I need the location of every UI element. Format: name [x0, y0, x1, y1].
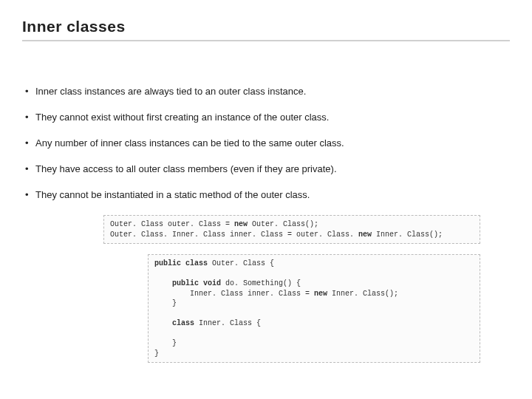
bullet-item: They cannot exist without first creating… — [25, 112, 510, 123]
code-keyword: new — [234, 220, 248, 228]
title-underline — [22, 40, 510, 41]
code-text: Outer. Class(); — [248, 220, 318, 228]
code-snippet-usage: Outer. Class outer. Class = new Outer. C… — [103, 215, 480, 244]
code-text: Outer. Class outer. Class = — [110, 220, 234, 228]
code-text: Inner. Class { — [194, 319, 261, 327]
code-text: Inner. Class(); — [372, 231, 443, 239]
code-keyword: new — [314, 290, 327, 298]
code-keyword: new — [358, 231, 372, 239]
code-text: Inner. Class(); — [327, 290, 398, 298]
bullet-item: They cannot be instantiated in a static … — [25, 189, 510, 200]
code-text: } — [154, 299, 177, 307]
code-text: } — [154, 349, 159, 358]
code-text: Outer. Class. Inner. Class inner. Class … — [110, 231, 358, 239]
code-text: Outer. Class { — [208, 259, 274, 267]
code-keyword: public class — [154, 259, 208, 267]
code-text: do. Something() { — [221, 279, 301, 287]
code-text: } — [154, 339, 177, 347]
bullet-item: They have access to all outer class memb… — [25, 163, 510, 174]
code-text: Inner. Class inner. Class = — [154, 290, 314, 298]
bullet-list: Inner class instances are always tied to… — [22, 86, 510, 200]
bullet-item: Any number of inner class instances can … — [25, 137, 510, 149]
bullet-item: Inner class instances are always tied to… — [25, 86, 510, 97]
code-keyword: public void — [154, 279, 221, 287]
code-keyword: class — [154, 319, 194, 327]
code-snippet-class: public class Outer. Class { public void … — [148, 254, 480, 363]
slide-title: Inner classes — [22, 18, 510, 35]
